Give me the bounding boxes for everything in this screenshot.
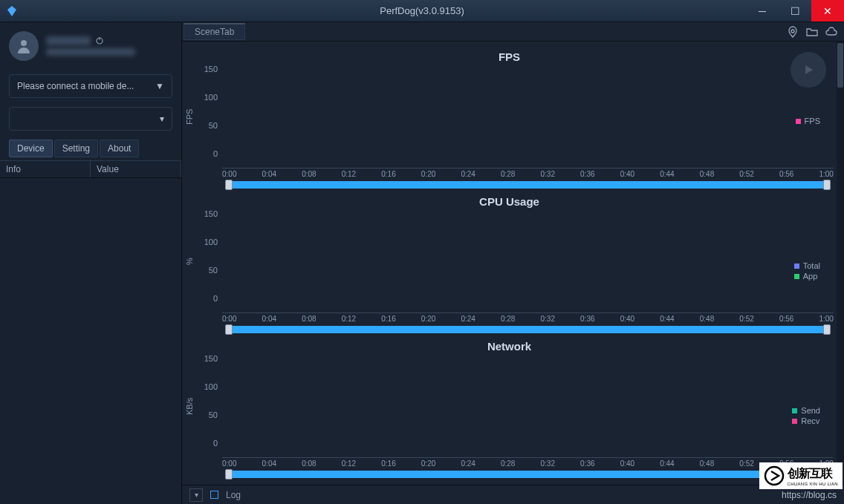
legend-item[interactable]: FPS [796, 117, 820, 125]
plot-area[interactable] [222, 209, 834, 313]
maximize-button[interactable]: ☐ [779, 0, 811, 22]
legend: FPS [796, 117, 820, 127]
sidebar: Please connect a mobile de... ▼ ▾ Device… [0, 22, 182, 504]
info-col-info: Info [0, 161, 91, 177]
legend-swatch [792, 419, 797, 424]
legend-swatch [794, 274, 799, 279]
footer-link[interactable]: https://blog.cs [782, 490, 837, 500]
chevron-down-icon: ▼ [155, 81, 164, 91]
legend: TotalApp [794, 261, 820, 282]
y-ticks: 150100500 [198, 209, 222, 313]
x-ticks: 0:000:040:080:120:160:200:240:280:320:36… [185, 313, 834, 323]
power-icon[interactable] [95, 36, 104, 45]
plot-area[interactable] [222, 65, 834, 168]
cloud-icon[interactable] [825, 25, 838, 39]
slider-handle-left[interactable] [225, 324, 233, 335]
watermark-icon [764, 465, 785, 486]
y-axis-label: % [185, 209, 198, 313]
location-icon[interactable] [786, 25, 799, 39]
time-slider[interactable] [225, 471, 831, 478]
minimize-button[interactable]: ─ [746, 0, 779, 22]
legend-label: Total [803, 261, 820, 270]
chart-title: FPS [185, 46, 834, 65]
info-col-value: Value [91, 161, 181, 177]
info-table: Info Value [0, 160, 181, 178]
y-ticks: 150100500 [198, 354, 222, 458]
legend-label: Send [801, 406, 820, 415]
watermark-sub: CHUANG XIN HU LIAN [788, 482, 838, 486]
time-slider[interactable] [225, 181, 831, 189]
x-ticks: 0:000:040:080:120:160:200:240:280:320:36… [185, 458, 834, 468]
chart-cpu-usage: CPU Usage%1501005000:000:040:080:120:160… [185, 191, 834, 336]
tab-setting[interactable]: Setting [54, 140, 98, 157]
watermark-main: 创新互联 [788, 466, 838, 482]
close-button[interactable]: ✕ [811, 0, 844, 22]
legend-label: App [803, 272, 818, 281]
avatar[interactable] [9, 31, 39, 61]
app-icon [6, 5, 18, 17]
main-panel: SceneTab FPSFPS1501005000:000:040:080:12… [182, 22, 844, 504]
process-select[interactable]: ▾ [9, 107, 172, 131]
tab-about[interactable]: About [100, 140, 139, 157]
expand-footer-button[interactable]: ▾ [189, 488, 203, 502]
chevron-down-icon: ▾ [160, 114, 164, 124]
user-icon [15, 37, 33, 55]
time-slider[interactable] [225, 326, 831, 333]
chart-network: NetworkKB/s1501005000:000:040:080:120:16… [185, 336, 834, 480]
legend: SendRecv [792, 406, 820, 427]
legend-item[interactable]: Recv [792, 416, 820, 425]
chart-title: Network [185, 336, 834, 354]
chart-title: CPU Usage [185, 191, 834, 209]
chart-fps: FPSFPS1501005000:000:040:080:120:160:200… [185, 46, 834, 191]
tab-device[interactable]: Device [9, 140, 53, 157]
y-axis-label: FPS [185, 65, 198, 168]
folder-icon[interactable] [805, 25, 819, 39]
username-blur [46, 36, 91, 45]
legend-swatch [796, 119, 801, 124]
plot-area[interactable] [222, 354, 834, 458]
slider-handle-left[interactable] [225, 469, 233, 480]
titlebar: PerfDog(v3.0.9153) ─ ☐ ✕ [0, 0, 844, 22]
slider-handle-right[interactable] [823, 180, 831, 190]
legend-label: Recv [801, 416, 819, 425]
footer: ▾ Log https://blog.cs [182, 485, 844, 504]
legend-item[interactable]: Send [792, 406, 820, 415]
legend-swatch [794, 264, 799, 269]
watermark: 创新互联 CHUANG XIN HU LIAN [759, 462, 843, 489]
svg-point-0 [21, 40, 27, 46]
scrollbar-thumb[interactable] [837, 43, 843, 88]
scrollbar[interactable] [837, 42, 844, 485]
slider-handle-right[interactable] [823, 324, 831, 335]
legend-item[interactable]: Total [794, 261, 820, 270]
svg-point-3 [791, 30, 794, 33]
slider-handle-left[interactable] [225, 180, 233, 190]
y-ticks: 150100500 [198, 65, 222, 168]
x-ticks: 0:000:040:080:120:160:200:240:280:320:36… [185, 168, 834, 178]
legend-swatch [792, 408, 797, 413]
window-title: PerfDog(v3.0.9153) [380, 5, 464, 16]
user-area [0, 22, 181, 70]
user-meta-blur [46, 48, 135, 56]
scene-tab[interactable]: SceneTab [184, 23, 245, 40]
log-label: Log [226, 490, 241, 500]
y-axis-label: KB/s [185, 354, 198, 458]
device-select-label: Please connect a mobile de... [17, 81, 134, 91]
legend-item[interactable]: App [794, 272, 820, 281]
legend-label: FPS [805, 117, 820, 125]
log-checkbox[interactable] [210, 491, 218, 499]
device-select[interactable]: Please connect a mobile de... ▼ [9, 74, 172, 98]
